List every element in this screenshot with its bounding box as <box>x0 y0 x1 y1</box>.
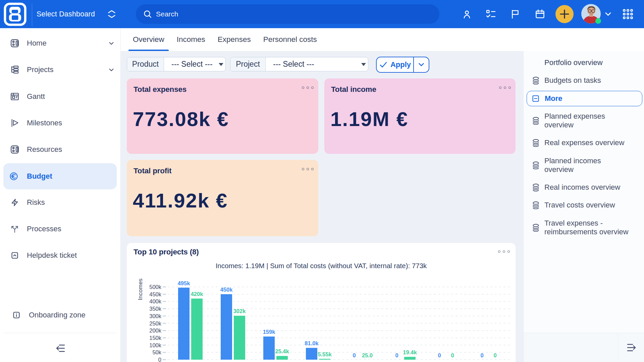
flag-icon <box>511 9 520 19</box>
collapse-left-icon <box>54 342 67 355</box>
card-title: Total expenses <box>133 85 186 94</box>
planned-incomes-overview-item[interactable]: Planned incomes overview <box>524 152 644 179</box>
avatar[interactable] <box>581 4 601 23</box>
more-item: More <box>524 89 644 107</box>
coins-icon <box>533 201 539 209</box>
svg-text:300k: 300k <box>149 313 162 319</box>
product-filter: Product --- Select --- <box>127 57 226 71</box>
search-placeholder: Search <box>156 10 178 18</box>
sidebar-item-resources[interactable]: Resources <box>0 136 121 163</box>
portfolio-overview-item[interactable]: Portfolio overview <box>524 54 644 72</box>
planned-expenses-overview-item[interactable]: Planned expenses overview <box>524 107 644 134</box>
resources-icon <box>11 145 19 154</box>
more-button-label: More <box>545 94 562 103</box>
online-status-dot <box>595 18 601 24</box>
helpdesk-icon <box>11 251 19 259</box>
flag-button[interactable] <box>510 0 520 28</box>
card-title: Total income <box>331 85 376 94</box>
main-content: Product --- Select --- Project --- Selec… <box>121 51 523 362</box>
svg-text:25.4k: 25.4k <box>275 348 289 354</box>
card-value: 773.08k € <box>133 109 229 129</box>
collapse-sidebar-button[interactable] <box>54 342 67 355</box>
sidebar-item-helpdesk[interactable]: Helpdesk ticket <box>0 242 121 268</box>
tab-label: Personnel costs <box>263 35 317 44</box>
card-menu-button[interactable] <box>499 86 511 89</box>
tab-expenses[interactable]: Expenses <box>213 28 255 51</box>
apply-button[interactable]: Apply <box>377 57 414 72</box>
sidebar-item-risks[interactable]: Risks <box>0 189 121 216</box>
svg-text:250k: 250k <box>149 320 162 326</box>
select-caret-icon <box>219 63 223 66</box>
sidebar-item-label: Home <box>27 39 47 48</box>
sidebar-item-home[interactable]: Home <box>0 30 121 56</box>
projects-icon <box>11 66 19 74</box>
chart-card-title: Top 10 projects (8) <box>133 248 199 256</box>
sidebar-item-label: Onboarding zone <box>29 311 86 319</box>
svg-text:0: 0 <box>480 352 483 358</box>
card-menu-button[interactable] <box>302 168 314 170</box>
expand-right-icon <box>625 341 638 354</box>
card-title: Total profit <box>133 167 171 175</box>
card-value: 411.92k € <box>133 191 228 211</box>
right-sidebar-title: Portfolio overview <box>544 58 603 67</box>
search-input[interactable]: Search <box>136 4 439 24</box>
tab-label: Incomes <box>177 35 205 44</box>
add-button[interactable] <box>555 5 574 23</box>
project-filter: Project --- Select --- <box>230 57 368 71</box>
right-sidebar-item-label: Budgets on tasks <box>544 76 601 85</box>
travel-expenses-reimbursements-item[interactable]: Travel expenses - reimbursements overvie… <box>524 214 644 241</box>
tasks-button[interactable] <box>486 0 496 28</box>
svg-text:200k: 200k <box>149 327 162 334</box>
svg-text:100k: 100k <box>149 342 162 348</box>
info-icon <box>12 311 20 319</box>
tab-incomes[interactable]: Incomes <box>172 28 210 51</box>
sidebar-item-onboarding-zone[interactable]: Onboarding zone <box>0 307 121 323</box>
svg-text:0: 0 <box>493 352 496 358</box>
svg-text:500k: 500k <box>149 284 162 290</box>
calendar-button[interactable] <box>535 0 545 28</box>
tab-overview[interactable]: Overview <box>128 28 169 51</box>
product-select-value: --- Select --- <box>171 60 213 69</box>
sidebar-item-projects[interactable]: Projects <box>0 56 121 83</box>
app-logo[interactable] <box>0 0 32 28</box>
apply-options-button[interactable] <box>414 57 429 72</box>
card-menu-button[interactable] <box>498 250 510 253</box>
sidebar-item-processes[interactable]: Processes <box>0 216 121 242</box>
collapse-minus-icon <box>532 95 540 103</box>
tab-personnel-costs[interactable]: Personnel costs <box>259 28 321 51</box>
sidebar-item-label: Resources <box>27 145 62 154</box>
right-sidebar-item-label: Travel costs overview <box>544 201 615 210</box>
dashboard-selector[interactable]: Select Dashboard <box>37 0 116 28</box>
sidebar-item-milestones[interactable]: Milestones <box>0 110 121 136</box>
right-sidebar-item-label: Real expenses overview <box>544 138 624 147</box>
card-value: 1.19M € <box>330 109 408 129</box>
sidebar-item-label: Budget <box>27 172 52 181</box>
travel-costs-overview-item[interactable]: Travel costs overview <box>524 196 644 214</box>
real-incomes-overview-item[interactable]: Real incomes overview <box>524 179 644 196</box>
check-icon <box>379 60 388 69</box>
project-select[interactable]: --- Select --- <box>266 57 368 71</box>
right-sidebar-item-label: Real incomes overview <box>544 183 620 192</box>
profile-menu-button[interactable] <box>604 0 612 28</box>
unfold-chevrons-icon <box>108 10 116 18</box>
sidebar-item-label: Milestones <box>27 119 62 127</box>
product-select[interactable]: --- Select --- <box>164 57 225 71</box>
card-menu-button[interactable] <box>302 86 314 89</box>
svg-text:5.55k: 5.55k <box>318 351 332 357</box>
sidebar-item-budget[interactable]: Budget <box>3 163 117 189</box>
sidebar-item-gantt[interactable]: Gantt <box>0 83 121 110</box>
svg-text:0: 0 <box>438 352 441 358</box>
total-expenses-card: Total expenses 773.08k € <box>127 78 318 154</box>
tab-label: Expenses <box>218 35 251 44</box>
apps-grid-button[interactable] <box>622 0 634 28</box>
tab-label: Overview <box>133 35 164 44</box>
more-button[interactable]: More <box>527 91 642 106</box>
tab-strip: Overview Incomes Expenses Personnel cost… <box>121 28 644 51</box>
budgets-on-tasks-item[interactable]: Budgets on tasks <box>524 72 644 89</box>
right-sidebar-item-label: Planned incomes overview <box>544 157 629 174</box>
total-profit-card: Total profit 411.92k € <box>127 160 318 236</box>
expand-sidebar-button[interactable] <box>618 333 644 362</box>
user-button[interactable] <box>462 0 472 28</box>
real-expenses-overview-item[interactable]: Real expenses overview <box>524 134 644 152</box>
sidebar-divider <box>4 333 116 333</box>
